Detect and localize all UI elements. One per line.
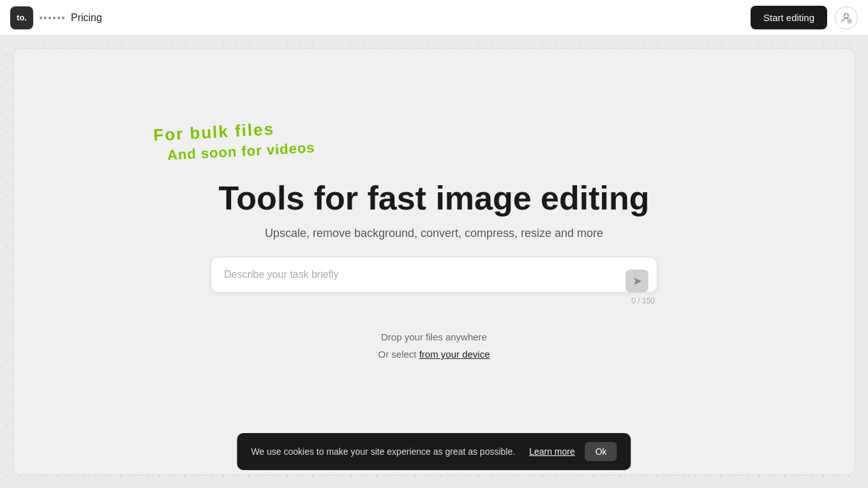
user-icon[interactable] bbox=[835, 6, 858, 29]
search-submit-button[interactable]: ➤ bbox=[625, 270, 648, 293]
handwritten-annotation: For bulk files And soon for videos bbox=[153, 115, 315, 166]
drop-zone-line1: Drop your files anywhere bbox=[378, 328, 490, 346]
logo-text: to. bbox=[17, 13, 27, 22]
start-editing-button[interactable]: Start editing bbox=[751, 6, 827, 29]
navbar-right: Start editing bbox=[751, 6, 858, 29]
drop-zone: Drop your files anywhere Or select from … bbox=[378, 328, 490, 363]
svg-point-0 bbox=[844, 13, 849, 18]
drop-zone-prefix: Or select bbox=[378, 349, 419, 360]
cookie-ok-button[interactable]: Ok bbox=[585, 442, 617, 461]
drop-zone-line2: Or select from your device bbox=[378, 346, 490, 363]
subtitle: Upscale, remove background, convert, com… bbox=[265, 227, 603, 240]
cookie-banner: We use cookies to make your site experie… bbox=[237, 433, 631, 470]
char-count: 0 / 150 bbox=[211, 296, 657, 305]
cookie-text: We use cookies to make your site experie… bbox=[251, 446, 515, 457]
handwritten-line2: And soon for videos bbox=[167, 139, 315, 166]
navbar: to. Pricing Start editing bbox=[0, 0, 868, 36]
dots-menu-icon[interactable] bbox=[40, 17, 64, 19]
search-bar-wrapper: ➤ 0 / 150 bbox=[211, 257, 657, 305]
center-content: Tools for fast image editing Upscale, re… bbox=[147, 180, 721, 363]
main-area: For bulk files And soon for videos Tools… bbox=[0, 36, 868, 488]
learn-more-link[interactable]: Learn more bbox=[529, 446, 575, 457]
search-input[interactable] bbox=[211, 257, 657, 293]
handwritten-line1: For bulk files bbox=[153, 115, 314, 147]
send-arrow-icon: ➤ bbox=[632, 274, 642, 288]
from-device-link[interactable]: from your device bbox=[419, 349, 490, 360]
logo-badge[interactable]: to. bbox=[10, 6, 33, 29]
pricing-link[interactable]: Pricing bbox=[71, 12, 102, 24]
user-avatar-icon bbox=[840, 11, 853, 24]
navbar-left: to. Pricing bbox=[10, 6, 102, 29]
inner-card: For bulk files And soon for videos Tools… bbox=[13, 49, 855, 475]
main-title: Tools for fast image editing bbox=[218, 180, 649, 217]
